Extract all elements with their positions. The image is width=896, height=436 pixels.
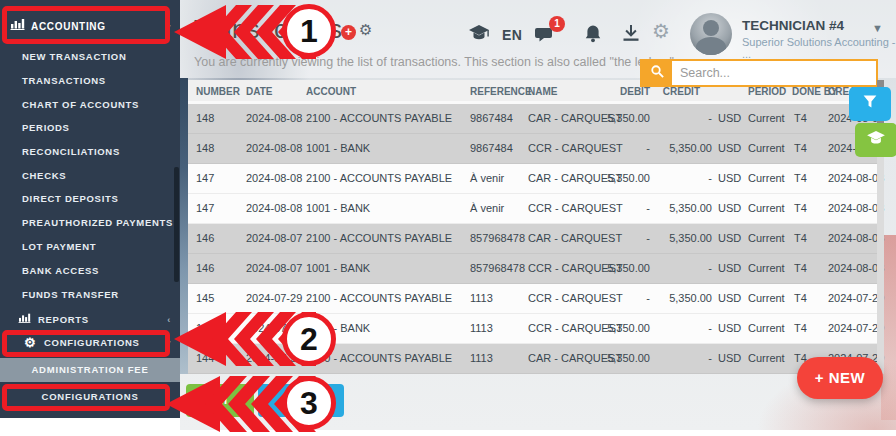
- sidebar-item-funds-transfer[interactable]: FUNDS TRANSFER: [0, 284, 180, 306]
- table-row[interactable]: 1472024-08-082100 - ACCOUNTS PAYABLEÀ ve…: [188, 164, 883, 194]
- graduation-cap-icon[interactable]: [468, 24, 490, 46]
- col-header-name[interactable]: NAME: [528, 80, 557, 104]
- sidebar-item-preauthorized-payments[interactable]: PREAUTHORIZED PAYMENTS: [0, 212, 180, 234]
- bell-icon[interactable]: [583, 24, 603, 48]
- table-cell: USD: [718, 284, 741, 313]
- table-cell: T4: [794, 224, 807, 253]
- table-cell: 2024-08-08: [828, 164, 884, 193]
- table-cell: -: [592, 134, 650, 163]
- app-window: Transactions You are currently viewing t…: [0, 0, 896, 436]
- table-cell: Current: [748, 254, 785, 283]
- table-row[interactable]: 1472024-08-081001 - BANKÀ venirCCR - CAR…: [188, 194, 883, 224]
- table-cell: Current: [748, 224, 785, 253]
- sidebar-item-reconciliations[interactable]: RECONCILIATIONS: [0, 141, 180, 163]
- sidebar-item-reports[interactable]: REPORTS ‹: [0, 309, 180, 331]
- table-cell: 2024-07-29: [828, 314, 884, 343]
- download-icon[interactable]: [621, 24, 641, 48]
- table-cell: Current: [748, 314, 785, 343]
- table-cell: T4: [794, 194, 807, 223]
- settings-gear-icon[interactable]: ⚙: [359, 21, 372, 39]
- table-cell: -: [650, 104, 712, 133]
- table-cell: 2100 - ACCOUNTS PAYABLE: [306, 224, 452, 253]
- filter-button[interactable]: [849, 87, 891, 121]
- table-cell: 5,350.00: [650, 134, 712, 163]
- sidebar-item-chart-of-accounts[interactable]: CHART OF ACCOUNTS: [0, 94, 180, 116]
- table-cell: 2024-08-08: [246, 134, 302, 163]
- notification-badge: 1: [549, 16, 565, 32]
- search-input[interactable]: [672, 61, 876, 85]
- graduation-cap-icon: [866, 130, 886, 150]
- tutorial-button[interactable]: [855, 123, 896, 157]
- table-cell: -: [650, 314, 712, 343]
- table-cell: T4: [794, 134, 807, 163]
- search-icon: [650, 64, 665, 83]
- table-cell: 146: [196, 254, 214, 283]
- table-cell: 857968478: [470, 224, 525, 253]
- table-cell: 5,350.00: [650, 284, 712, 313]
- table-cell: T4: [794, 314, 807, 343]
- table-cell: T4: [794, 254, 807, 283]
- sidebar-item-bank-access[interactable]: BANK ACCESS: [0, 260, 180, 282]
- table-cell: T4: [794, 104, 807, 133]
- table-cell: 147: [196, 194, 214, 223]
- table-cell: 1113: [470, 314, 493, 343]
- table-row[interactable]: 1462024-08-071001 - BANK857968478CCR - C…: [188, 254, 883, 284]
- table-cell: USD: [718, 314, 741, 343]
- table-cell: 147: [196, 164, 214, 193]
- table-cell: 1113: [470, 284, 493, 313]
- table-cell: 1001 - BANK: [306, 134, 370, 163]
- avatar[interactable]: [690, 13, 732, 55]
- chevron-left-icon: ‹: [167, 309, 171, 331]
- col-header-number[interactable]: NUMBER: [196, 80, 240, 104]
- table-cell: 2024-08-08: [828, 254, 884, 283]
- table-cell: -: [650, 344, 712, 373]
- table-cell: 146: [196, 224, 214, 253]
- sidebar-item-new-transaction[interactable]: NEW TRANSACTION: [0, 46, 180, 68]
- table-cell: Current: [748, 164, 785, 193]
- table-cell: Current: [748, 104, 785, 133]
- table-cell: -: [650, 164, 712, 193]
- table-cell: Current: [748, 344, 785, 373]
- annotation-step-3: 3: [282, 376, 336, 430]
- table-cell: 9867484: [470, 134, 513, 163]
- table-cell: 2024-08-07: [246, 224, 302, 253]
- sidebar-item-periods[interactable]: PERIODS: [0, 117, 180, 139]
- search-button[interactable]: [642, 61, 672, 85]
- table-cell: 1001 - BANK: [306, 194, 370, 223]
- table-cell: 5,350.00: [592, 344, 650, 373]
- col-header-account[interactable]: ACCOUNT: [306, 80, 356, 104]
- user-menu-caret-icon[interactable]: ▼: [872, 22, 883, 34]
- table-cell: 148: [196, 104, 214, 133]
- sidebar-item-checks[interactable]: CHECKS: [0, 165, 180, 187]
- table-cell: 148: [196, 134, 214, 163]
- sidebar-item-transactions[interactable]: TRANSACTIONS: [0, 70, 180, 92]
- table-row[interactable]: 1482024-08-082100 - ACCOUNTS PAYABLE9867…: [188, 104, 883, 134]
- table-cell: 5,350.00: [592, 164, 650, 193]
- sidebar-item-lot-payment[interactable]: LOT PAYMENT: [0, 236, 180, 258]
- sidebar-item-administration-fee[interactable]: ADMINISTRATION FEE: [0, 358, 180, 382]
- table-cell: 9867484: [470, 104, 513, 133]
- funnel-icon: [862, 94, 878, 114]
- table-cell: USD: [718, 104, 741, 133]
- annotation-box-1: [2, 6, 170, 44]
- table-cell: Current: [748, 194, 785, 223]
- col-header-reference[interactable]: REFERENCE: [470, 80, 532, 104]
- annotation-step-1: 1: [282, 4, 336, 58]
- sidebar-item-label: REPORTS: [38, 314, 89, 325]
- annotation-step-2: 2: [282, 312, 336, 366]
- user-name: TECHNICIAN #4: [742, 18, 844, 33]
- col-header-date[interactable]: DATE: [246, 80, 272, 104]
- sidebar-scrollbar-thumb[interactable]: [174, 167, 179, 282]
- sidebar-item-direct-deposits[interactable]: DIRECT DEPOSITS: [0, 188, 180, 210]
- add-icon[interactable]: +: [341, 25, 356, 40]
- gear-icon[interactable]: ⚙: [652, 21, 670, 41]
- table-cell: 857968478: [470, 254, 525, 283]
- table-cell: 1113: [470, 344, 493, 373]
- language-selector[interactable]: EN: [502, 27, 522, 43]
- new-transaction-button[interactable]: + NEW: [797, 357, 883, 399]
- table-row[interactable]: 1462024-08-072100 - ACCOUNTS PAYABLE8579…: [188, 224, 883, 254]
- annotation-box-2: [2, 330, 170, 357]
- table-cell: -: [592, 194, 650, 223]
- table-row[interactable]: 1482024-08-081001 - BANK9867484CCR - CAR…: [188, 134, 883, 164]
- table-cell: Current: [748, 284, 785, 313]
